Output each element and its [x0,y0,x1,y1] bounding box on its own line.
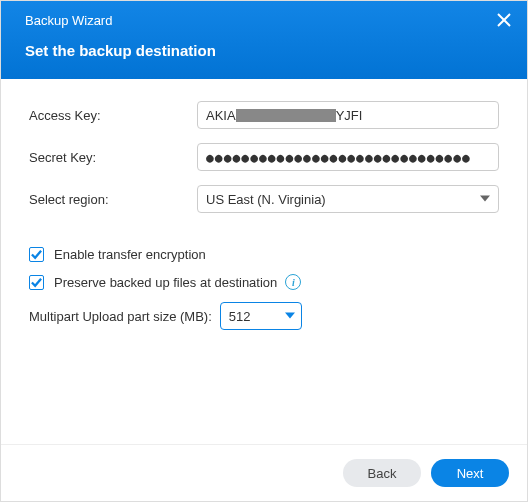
access-key-label: Access Key: [29,108,197,123]
multipart-select[interactable]: 512 [220,302,302,330]
access-key-value-suffix: YJFI [336,108,363,123]
dialog-title: Backup Wizard [25,13,511,28]
info-icon[interactable]: i [285,274,301,290]
region-label: Select region: [29,192,197,207]
backup-wizard-dialog: Backup Wizard Set the backup destination… [0,0,528,502]
preserve-files-checkbox[interactable] [29,275,44,290]
region-row: Select region: US East (N. Virginia) [29,185,499,213]
dialog-header: Backup Wizard Set the backup destination [1,1,527,79]
enable-encryption-checkbox[interactable] [29,247,44,262]
region-select[interactable]: US East (N. Virginia) [197,185,499,213]
access-key-input[interactable]: AKIAYJFI [197,101,499,129]
multipart-row: Multipart Upload part size (MB): 512 [29,302,499,330]
access-key-redacted [236,109,336,122]
dialog-body: Access Key: AKIAYJFI Secret Key: ●●●●●●●… [1,79,527,444]
next-button[interactable]: Next [431,459,509,487]
dialog-footer: Back Next [1,444,527,501]
back-button[interactable]: Back [343,459,421,487]
secret-key-input[interactable]: ●●●●●●●●●●●●●●●●●●●●●●●●●●●●●● [197,143,499,171]
secret-key-label: Secret Key: [29,150,197,165]
region-value: US East (N. Virginia) [206,192,326,207]
close-icon[interactable] [497,13,513,29]
secret-key-masked: ●●●●●●●●●●●●●●●●●●●●●●●●●●●●●● [206,150,471,165]
multipart-value: 512 [229,309,251,324]
access-key-value-prefix: AKIA [206,108,236,123]
enable-encryption-row: Enable transfer encryption [29,247,499,262]
chevron-down-icon [285,309,295,324]
svg-marker-2 [480,196,490,202]
preserve-files-row: Preserve backed up files at destination … [29,274,499,290]
multipart-label: Multipart Upload part size (MB): [29,309,212,324]
chevron-down-icon [480,192,490,207]
dialog-subtitle: Set the backup destination [25,42,511,59]
preserve-files-label: Preserve backed up files at destination [54,275,277,290]
enable-encryption-label: Enable transfer encryption [54,247,206,262]
svg-marker-3 [285,313,295,319]
access-key-row: Access Key: AKIAYJFI [29,101,499,129]
secret-key-row: Secret Key: ●●●●●●●●●●●●●●●●●●●●●●●●●●●●… [29,143,499,171]
